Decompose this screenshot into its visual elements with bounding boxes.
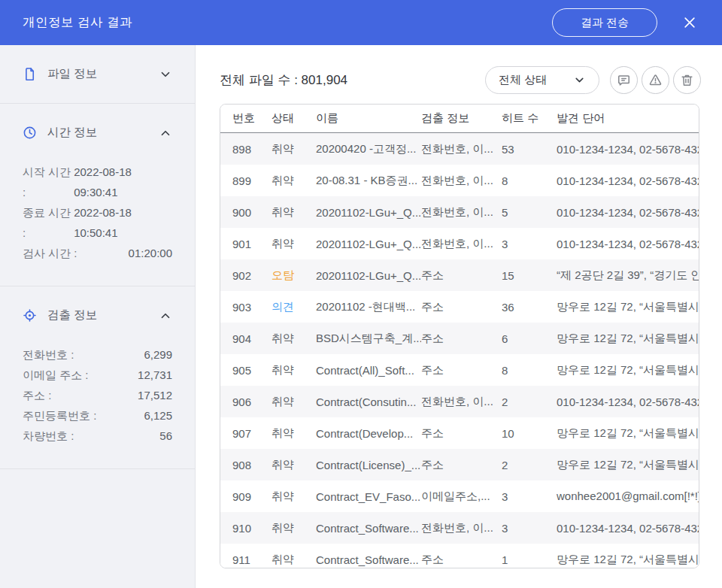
- comment-button[interactable]: [610, 66, 638, 94]
- row-number: 901: [220, 238, 272, 250]
- row-status: 취약: [272, 205, 316, 220]
- row-detect-info: 주소: [421, 426, 502, 441]
- toolbar-actions: 전체 상태: [485, 66, 701, 94]
- detect-info-rows: 전화번호 : 6,299 이메일 주소 : 12,731 주소 : 17,512…: [0, 344, 195, 468]
- sidebar-section-file-info[interactable]: 파일 정보: [0, 45, 195, 103]
- row-hit-count: 3: [502, 490, 557, 503]
- table-row[interactable]: 906 취약 Contract(Consutin... 전화번호, 이... 2…: [220, 386, 699, 417]
- sidebar-divider: [0, 468, 195, 469]
- stat-value: 2022-08-18 10:50:41: [74, 202, 172, 243]
- stat-row-email: 이메일 주소 : 12,731: [23, 365, 172, 385]
- table-row[interactable]: 911 취약 Contract_Software... 주소 1 망우로 12길…: [220, 544, 699, 568]
- stat-value: 2022-08-18 09:30:41: [74, 162, 172, 202]
- row-detect-info: 주소: [421, 300, 502, 314]
- row-status: 취약: [272, 363, 316, 377]
- table-row[interactable]: 901 취약 20201102-LGu+_Q... 전화번호, 이... 3 0…: [220, 228, 699, 259]
- row-detect-info: 전화번호, 이...: [421, 521, 502, 535]
- row-filename: Contract(License)_...: [316, 459, 421, 471]
- row-detect-info: 전화번호, 이...: [421, 395, 502, 409]
- row-hit-count: 6: [502, 332, 557, 345]
- trash-icon: [680, 73, 694, 87]
- table-row[interactable]: 899 취약 20-08.31 - KB증권... 전화번호, 이... 8 0…: [220, 165, 699, 196]
- table-row[interactable]: 907 취약 Contract(Develop... 주소 10 망우로 12길…: [220, 417, 699, 449]
- row-number: 898: [220, 143, 272, 156]
- warning-button[interactable]: [642, 66, 669, 94]
- row-detect-info: 전화번호, 이...: [421, 174, 502, 188]
- stat-label: 이메일 주소 :: [23, 365, 89, 385]
- column-header-found-words[interactable]: 발견 단어: [557, 111, 699, 126]
- table-row[interactable]: 910 취약 Contract_Software... 전화번호, 이... 3…: [220, 512, 699, 544]
- table-row[interactable]: 909 취약 Contract_EV_Faso... 이메일주소,... 3 w…: [220, 480, 699, 512]
- column-header-hit-count[interactable]: 히트 수: [502, 111, 557, 126]
- stat-label: 차량번호 :: [23, 426, 74, 446]
- stat-row-end-time: 종료 시간 : 2022-08-18 10:50:41: [23, 202, 172, 243]
- table-row[interactable]: 908 취약 Contract(License)_... 주소 2 망우로 12…: [220, 449, 699, 480]
- row-number: 911: [220, 553, 272, 566]
- row-filename: Contract_Software...: [316, 553, 421, 566]
- sidebar-section-time-info[interactable]: 시간 정보: [0, 104, 195, 162]
- column-header-detect-info[interactable]: 검출 정보: [421, 111, 502, 126]
- row-detect-info: 주소: [421, 458, 502, 472]
- stat-label: 종료 시간 :: [23, 202, 74, 243]
- stat-value: 12,731: [138, 365, 172, 385]
- row-hit-count: 1: [502, 553, 557, 566]
- stat-row-scan-duration: 검사 시간 : 01:20:00: [23, 243, 172, 263]
- table-row[interactable]: 902 오탐 20201102-LGu+_Q... 주소 15 “제 2공단 2…: [220, 259, 699, 291]
- row-status: 취약: [272, 237, 316, 251]
- status-filter-dropdown[interactable]: 전체 상태: [485, 66, 599, 94]
- table-header: 번호 상태 이름 검출 정보 히트 수 발견 단어: [220, 105, 699, 133]
- row-found-words: 010-1234-1234, 02-5678-4321, 0: [557, 396, 699, 408]
- file-icon: [23, 67, 37, 81]
- row-found-words: 망우로 12길 72, “서울특별시 동대: [557, 426, 699, 441]
- toolbar: 전체 파일 수 : 801,904 전체 상태: [220, 65, 701, 94]
- row-filename: 20201102-LGu+_Q...: [316, 269, 421, 282]
- table-row[interactable]: 905 취약 Contract(All)_Soft... 주소 8 망우로 12…: [220, 354, 699, 386]
- row-detect-info: 주소: [421, 553, 502, 567]
- row-number: 903: [220, 301, 272, 314]
- row-status: 취약: [272, 553, 316, 567]
- row-filename: Contract(Develop...: [316, 427, 421, 440]
- stat-label: 주민등록번호 :: [23, 405, 96, 426]
- column-header-name[interactable]: 이름: [316, 111, 421, 126]
- column-header-status[interactable]: 상태: [272, 111, 316, 126]
- row-detect-info: 이메일주소,...: [421, 489, 502, 504]
- row-filename: 20-08.31 - KB증권...: [316, 174, 421, 188]
- row-status: 취약: [272, 174, 316, 188]
- status-filter-value: 전체 상태: [499, 73, 547, 87]
- row-filename: 20201102 -현대백...: [316, 300, 421, 314]
- table-row[interactable]: 903 의견 20201102 -현대백... 주소 36 망우로 12길 72…: [220, 291, 699, 323]
- table-row[interactable]: 900 취약 20201102-LGu+_Q... 전화번호, 이... 5 0…: [220, 196, 699, 228]
- sidebar: 파일 정보 시간 정보 시작 시간 : 2022-08-18 09:30:41 …: [0, 45, 196, 588]
- row-found-words: 망우로 12길 72, “서울특별시 동대: [557, 300, 699, 314]
- delete-button[interactable]: [673, 66, 701, 94]
- sidebar-section-detect-info[interactable]: 검출 정보: [0, 286, 195, 344]
- table-row[interactable]: 898 취약 20200420 -고객정... 전화번호, 이... 53 01…: [220, 133, 699, 165]
- row-hit-count: 2: [502, 459, 557, 471]
- clock-icon: [23, 126, 37, 140]
- stat-value: 6,299: [144, 344, 172, 365]
- close-button[interactable]: [680, 13, 699, 32]
- row-number: 907: [220, 427, 272, 440]
- stat-row-vehicle: 차량번호 : 56: [23, 426, 172, 446]
- row-status: 오탐: [272, 268, 316, 283]
- comment-icon: [617, 73, 631, 87]
- row-detect-info: 전화번호, 이...: [421, 142, 502, 156]
- row-detect-info: 주소: [421, 268, 502, 283]
- send-results-button[interactable]: 결과 전송: [552, 8, 657, 37]
- row-filename: 20201102-LGu+_Q...: [316, 238, 421, 250]
- row-found-words: 010-1234-1234, 02-5678-4321, 0: [557, 206, 699, 219]
- table-row[interactable]: 904 취약 BSD시스템구축_계... 주소 6 망우로 12길 72, “서…: [220, 323, 699, 354]
- row-found-words: 010-1234-1234, 02-5678-4321, 0: [557, 174, 699, 187]
- chevron-down-icon: [573, 74, 586, 86]
- row-hit-count: 5: [502, 206, 557, 219]
- row-status: 취약: [272, 458, 316, 472]
- row-number: 909: [220, 490, 272, 503]
- column-header-number[interactable]: 번호: [220, 111, 272, 126]
- row-number: 910: [220, 522, 272, 535]
- row-filename: 20201102-LGu+_Q...: [316, 206, 421, 219]
- page-title: 개인정보 검사 결과: [23, 14, 552, 31]
- row-filename: Contract_Software...: [316, 522, 421, 535]
- row-found-words: 010-1234-1234, 02-5678-4321, 0: [557, 522, 699, 535]
- section-label: 검출 정보: [47, 308, 159, 323]
- row-filename: BSD시스템구축_계...: [316, 332, 421, 346]
